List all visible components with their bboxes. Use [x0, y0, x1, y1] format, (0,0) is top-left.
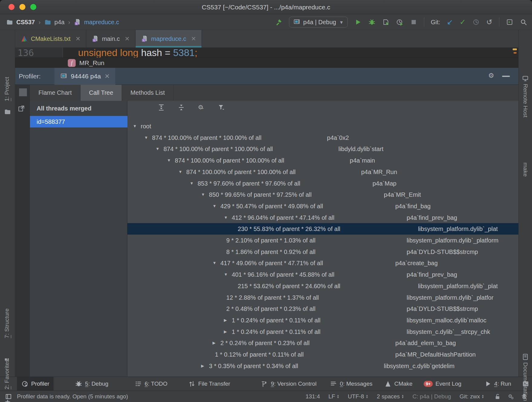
stripe-button-2-favorites[interactable]: 2: Favorites	[4, 359, 10, 389]
collapse-arrow-icon[interactable]: ▼	[144, 132, 148, 143]
git-update-icon[interactable]: ↙	[447, 18, 453, 26]
stop-button[interactable]	[410, 18, 417, 26]
collapse-arrow-icon[interactable]: ▼	[201, 189, 205, 200]
tool-window-button-9-version-control[interactable]: 9: Version Control	[257, 377, 321, 391]
status-message[interactable]: Profiler data is ready. Open (5 minutes …	[17, 393, 128, 400]
gear-icon[interactable]: ⚙	[488, 72, 495, 79]
call-tree-row[interactable]: ▶1 * 0.24% of parent * 0.11% of alllibsy…	[127, 326, 518, 338]
call-tree-row[interactable]: ▼850 * 99.65% of parent * 97.25% of allp…	[127, 189, 518, 200]
close-icon[interactable]: ✕	[75, 35, 80, 42]
call-tree-row[interactable]: 8 * 1.86% of parent * 0.92% of allp4a`DY…	[127, 246, 518, 258]
search-everywhere-icon[interactable]	[520, 18, 527, 26]
call-tree-row[interactable]: ▼874 * 100.00% of parent * 100.00% of al…	[127, 166, 518, 178]
collapse-arrow-icon[interactable]: ▼	[224, 212, 228, 223]
call-tree-row[interactable]: ▶2 * 0.24% of parent * 0.23% of allp4a`a…	[127, 337, 518, 349]
open-in-new-window-icon[interactable]	[18, 105, 25, 112]
stop-profiling-icon[interactable]	[19, 88, 27, 96]
call-tree-row[interactable]: ▼401 * 96.16% of parent * 45.88% of allp…	[127, 269, 518, 280]
close-icon[interactable]: ✕	[191, 35, 196, 42]
collapse-arrow-icon[interactable]: ▼	[133, 120, 137, 132]
editor-tab-CMakeLists.txt[interactable]: CMakeLists.txt✕	[15, 30, 86, 48]
collapse-arrow-icon[interactable]: ▼	[224, 269, 228, 280]
thread-list-item[interactable]: id=588377	[30, 116, 127, 127]
view-tab-methods-list[interactable]: Methods List	[122, 85, 173, 101]
debug-button[interactable]	[368, 18, 376, 26]
tool-window-button-cmake[interactable]: CMake	[380, 377, 417, 391]
run-configuration-selector[interactable]: p4a | Debug ▼	[289, 17, 347, 28]
call-tree-row[interactable]: ▼417 * 49.06% of parent * 47.71% of allp…	[127, 257, 518, 269]
tool-window-button-profiler[interactable]: Profiler	[17, 377, 54, 391]
stripe-button-1-project[interactable]: 1: Project	[4, 77, 10, 101]
stripe-button-documentation[interactable]: Documentation	[522, 362, 529, 401]
status-widget-lf[interactable]: LF▲▼	[328, 393, 339, 400]
tool-window-button-0-messages[interactable]: 0: Messages	[326, 377, 377, 391]
collapse-arrow-icon[interactable]: ▼	[167, 155, 171, 166]
status-widget-git-zwx[interactable]: Git: zwx▲▼	[460, 393, 484, 400]
call-tree-row[interactable]: ▶3 * 0.35% of parent * 0.34% of alllibsy…	[127, 360, 518, 372]
call-tree-row[interactable]: ▼412 * 96.04% of parent * 47.14% of allp…	[127, 212, 518, 223]
background-tasks-gears-icon[interactable]: ⚙⚙	[507, 393, 514, 400]
expand-arrow-icon[interactable]: ▶	[201, 360, 204, 372]
build-hammer-icon[interactable]	[275, 18, 282, 26]
call-tree-row[interactable]: 215 * 53.62% of parent * 24.60% of allli…	[127, 280, 518, 292]
call-tree-row[interactable]: ▶1 * 0.24% of parent * 0.11% of alllibsy…	[127, 315, 518, 326]
run-with-profiler-button[interactable]	[396, 18, 403, 26]
view-tab-flame-chart[interactable]: Flame Chart	[30, 85, 80, 101]
error-stripe-mark[interactable]	[513, 48, 517, 50]
expand-arrow-icon[interactable]: ▶	[224, 315, 227, 326]
expand-arrow-icon[interactable]: ▶	[212, 337, 215, 349]
stripe-button-make[interactable]: make	[522, 163, 529, 176]
editor-tab-mapreduce.c[interactable]: cmapreduce.c✕	[136, 30, 202, 48]
call-tree-row[interactable]: 1 * 0.12% of parent * 0.11% of allp4a`MR…	[127, 349, 518, 360]
breadcrumb-item[interactable]: mapreduce.c	[84, 19, 119, 26]
run-anything-console-icon[interactable]	[506, 18, 513, 26]
filter-icon[interactable]	[218, 104, 225, 111]
collapse-arrow-icon[interactable]: ▼	[190, 178, 194, 189]
call-tree-row[interactable]: ▼874 * 100.00% of parent * 100.00% of al…	[127, 143, 518, 155]
rollback-icon[interactable]: ↺	[486, 18, 492, 26]
call-tree-row[interactable]: ▼429 * 50.47% of parent * 49.08% of allp…	[127, 200, 518, 212]
expand-arrow-icon[interactable]: ▶	[224, 326, 227, 338]
history-clock-icon[interactable]	[472, 18, 480, 26]
call-tree-row[interactable]: 9 * 2.10% of parent * 1.03% of alllibsys…	[127, 235, 518, 246]
status-widget-131-4[interactable]: 131:4	[306, 393, 320, 400]
editor-code-line[interactable]: 136 unsigned long hash = 5381;	[15, 48, 518, 58]
run-with-coverage-button[interactable]	[382, 18, 389, 26]
close-icon[interactable]: ✕	[104, 73, 110, 80]
settings-gear-icon[interactable]: ⚙	[198, 104, 205, 111]
status-widget-c-p4a-debug[interactable]: C: p4a | Debug	[412, 393, 451, 400]
expand-all-icon[interactable]	[158, 104, 165, 111]
collapse-arrow-icon[interactable]: ▼	[156, 143, 159, 155]
status-widget-utf-8[interactable]: UTF-8▲▼	[348, 393, 368, 400]
tool-window-button-event-log[interactable]: 9+Event Log	[419, 377, 466, 391]
breadcrumb-item[interactable]: CS537	[16, 19, 35, 26]
error-stripe-mark[interactable]	[514, 52, 517, 54]
call-tree-row[interactable]: 12 * 2.88% of parent * 1.37% of alllibsy…	[127, 292, 518, 303]
call-tree-row[interactable]: 230 * 55.83% of parent * 26.32% of allli…	[127, 223, 518, 235]
git-commit-icon[interactable]: ✓	[460, 18, 466, 26]
close-icon[interactable]: ✕	[125, 35, 130, 42]
profiler-session-tab[interactable]: 94446 p4a ✕	[54, 68, 115, 85]
run-button[interactable]	[354, 18, 362, 26]
hide-tool-window-icon[interactable]	[502, 76, 510, 77]
collapse-all-icon[interactable]	[178, 104, 185, 111]
view-tab-call-tree[interactable]: Call Tree	[80, 85, 122, 101]
collapse-arrow-icon[interactable]: ▼	[212, 257, 216, 269]
status-widget-2-spaces[interactable]: 2 spaces▲▼	[377, 393, 404, 400]
tool-window-button-5-debug[interactable]: 5: Debug	[71, 377, 113, 391]
breadcrumb-item[interactable]: p4a	[54, 19, 64, 26]
editor-tab-main.c[interactable]: cmain.c✕	[86, 30, 136, 48]
collapse-arrow-icon[interactable]: ▼	[212, 200, 216, 212]
tool-window-button-file-transfer[interactable]: File Transfer	[184, 377, 235, 391]
call-tree-row[interactable]: ▼853 * 97.60% of parent * 97.60% of allp…	[127, 178, 518, 189]
stripe-button-7-structure[interactable]: 7: Structure	[4, 308, 10, 338]
stripe-button-remote-host[interactable]: Remote Host	[522, 84, 529, 117]
call-tree-row[interactable]: ▼874 * 100.00% of parent * 100.00% of al…	[127, 155, 518, 166]
call-tree-row[interactable]: ▼874 * 100.00% of parent * 100.00% of al…	[127, 132, 518, 143]
tool-window-button-4-run[interactable]: 4: Run	[480, 377, 515, 391]
call-tree-row[interactable]: 2 * 0.48% of parent * 0.23% of allp4a`DY…	[127, 303, 518, 315]
collapse-arrow-icon[interactable]: ▼	[178, 166, 182, 178]
tool-window-button-6-todo[interactable]: 6: TODO	[130, 377, 172, 391]
unlock-icon[interactable]	[494, 393, 501, 400]
call-tree-row[interactable]: ▼root	[127, 120, 518, 132]
